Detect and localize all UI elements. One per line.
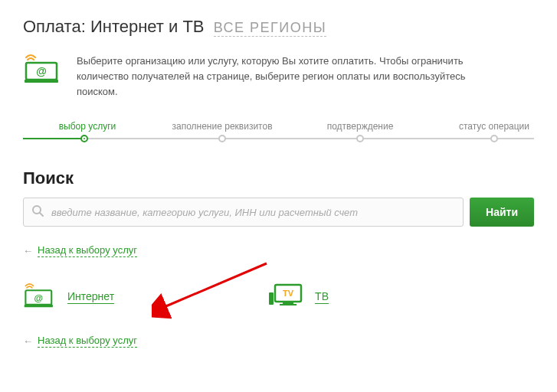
search-input[interactable] xyxy=(50,206,455,219)
back-link-top-label: Назад к выбору услуг xyxy=(38,244,137,257)
region-selector[interactable]: ВСЕ РЕГИОНЫ xyxy=(214,20,327,37)
svg-rect-1 xyxy=(25,80,58,83)
tv-icon: TV xyxy=(267,282,304,312)
category-tv-label: ТВ xyxy=(315,290,329,304)
page-title: Оплата: Интернет и ТВ ВСЕ РЕГИОНЫ xyxy=(23,17,534,37)
step-1-label: выбор услуги xyxy=(41,121,133,132)
svg-rect-10 xyxy=(280,304,297,305)
category-tv[interactable]: TV ТВ xyxy=(267,282,329,312)
intro-block: @ Выберите организацию или услугу, котор… xyxy=(23,54,534,100)
svg-rect-9 xyxy=(283,302,293,304)
title-prefix: Оплата: xyxy=(23,17,86,36)
svg-rect-12 xyxy=(269,292,274,305)
category-internet-label: Интернет xyxy=(67,290,114,304)
step-4-label: статус операции xyxy=(441,121,548,132)
svg-line-4 xyxy=(40,213,43,216)
back-link-top[interactable]: ← Назад к выбору услуг xyxy=(23,244,137,257)
internet-icon: @ xyxy=(23,283,57,312)
svg-rect-6 xyxy=(25,305,53,307)
svg-text:@: @ xyxy=(34,292,44,303)
arrow-left-icon: ← xyxy=(23,335,33,347)
svg-text:@: @ xyxy=(36,65,47,77)
search-row: Найти xyxy=(23,198,534,227)
internet-header-icon: @ xyxy=(23,54,63,87)
step-2-label: заполнение реквизитов xyxy=(157,121,287,132)
back-link-bottom-label: Назад к выбору услуг xyxy=(38,335,137,348)
intro-text: Выберите организацию или услугу, которую… xyxy=(77,54,506,100)
progress-stepper: выбор услуги заполнение реквизитов подтв… xyxy=(23,121,534,147)
category-list: @ Интернет TV ТВ xyxy=(23,282,534,312)
search-box[interactable] xyxy=(23,198,464,227)
search-button[interactable]: Найти xyxy=(470,198,534,227)
category-internet[interactable]: @ Интернет xyxy=(23,282,114,312)
search-heading: Поиск xyxy=(23,168,534,188)
arrow-left-icon: ← xyxy=(23,245,33,256)
title-main: Интернет и ТВ xyxy=(90,17,205,36)
search-icon xyxy=(31,204,44,220)
back-link-bottom[interactable]: ← Назад к выбору услуг xyxy=(23,335,137,348)
svg-text:TV: TV xyxy=(283,289,294,298)
step-3-label: подтверждение xyxy=(310,121,410,132)
